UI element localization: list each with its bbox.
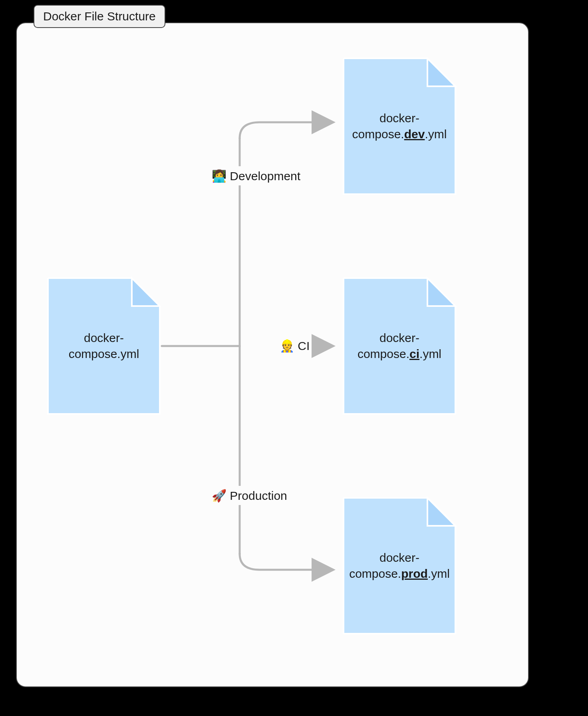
file-dev: docker- compose.dev.yml bbox=[344, 58, 455, 194]
file-ci-mid1: compose. bbox=[358, 347, 409, 360]
svg-text:compose.yml: compose.yml bbox=[69, 347, 139, 360]
file-dev-bold: dev bbox=[404, 127, 425, 141]
diagram-svg: docker- compose.yml docker- compose.dev.… bbox=[16, 22, 527, 686]
file-prod-post: .yml bbox=[428, 567, 450, 580]
label-prod-top: 🚀 Production bbox=[212, 489, 287, 503]
label-dev-top: 👩‍💻 Development bbox=[212, 169, 301, 183]
file-ci: docker- compose.ci.yml bbox=[344, 278, 455, 414]
file-base-line2: compose.yml bbox=[69, 347, 139, 360]
file-prod-mid1: compose. bbox=[349, 567, 401, 580]
svg-text:docker-: docker- bbox=[84, 331, 124, 344]
file-ci-post: .yml bbox=[419, 347, 441, 360]
file-prod-bold: prod bbox=[401, 567, 428, 580]
file-dev-post: .yml bbox=[425, 127, 447, 141]
file-ci-pre: docker- bbox=[379, 331, 419, 344]
file-base-line1: docker- bbox=[84, 331, 124, 344]
svg-text:compose.ci.yml: compose.ci.yml bbox=[358, 347, 441, 360]
file-dev-mid1: compose. bbox=[352, 127, 404, 141]
svg-text:docker-: docker- bbox=[379, 551, 419, 564]
file-dev-pre: docker- bbox=[379, 111, 419, 125]
file-base: docker- compose.yml bbox=[48, 278, 160, 414]
file-prod: docker- compose.prod.yml bbox=[344, 498, 455, 634]
file-prod-pre: docker- bbox=[379, 551, 419, 564]
arrow-prod bbox=[240, 554, 332, 570]
label-ci-top: 👷 CI bbox=[280, 339, 310, 353]
svg-text:docker-: docker- bbox=[379, 111, 419, 125]
svg-text:compose.dev.yml: compose.dev.yml bbox=[352, 127, 447, 141]
svg-text:compose.prod.yml: compose.prod.yml bbox=[349, 567, 450, 580]
arrow-dev bbox=[240, 122, 332, 138]
file-ci-bold: ci bbox=[409, 347, 419, 360]
svg-text:docker-: docker- bbox=[379, 331, 419, 344]
